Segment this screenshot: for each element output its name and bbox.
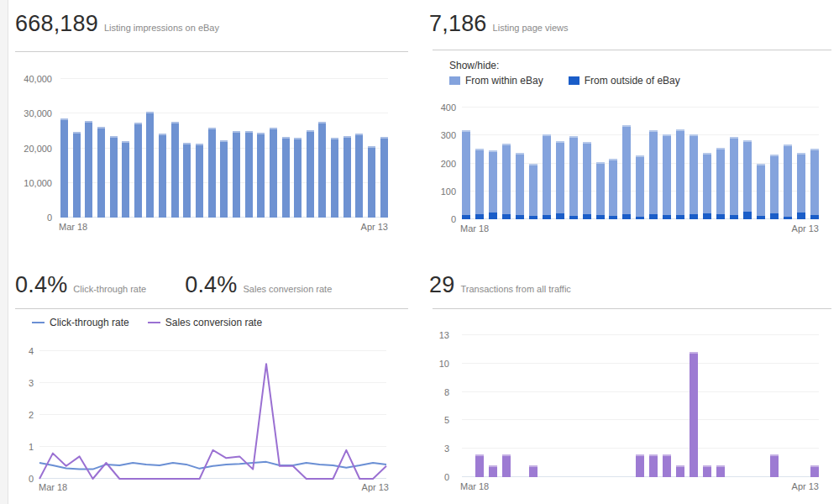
- outside-ebay-segment[interactable]: [784, 217, 792, 219]
- listing-impressions-bar[interactable]: [60, 118, 68, 218]
- listing-page-views-bar[interactable]: [502, 108, 511, 219]
- listing-page-views-bar[interactable]: [569, 108, 578, 219]
- within-ebay-segment[interactable]: [716, 148, 725, 214]
- outside-ebay-segment[interactable]: [649, 214, 658, 219]
- listing-page-views-bar[interactable]: [797, 108, 805, 219]
- within-ebay-segment[interactable]: [784, 144, 792, 217]
- listing-impressions-bar[interactable]: [331, 138, 338, 218]
- listing-page-views-bar[interactable]: [475, 108, 484, 219]
- within-ebay-segment[interactable]: [596, 162, 605, 215]
- outside-ebay-segment[interactable]: [516, 215, 524, 219]
- outside-ebay-segment[interactable]: [797, 213, 805, 219]
- within-ebay-segment[interactable]: [730, 137, 738, 215]
- listing-impressions-bar[interactable]: [171, 122, 179, 218]
- within-ebay-segment[interactable]: [489, 150, 497, 213]
- listing-page-views-bar[interactable]: [716, 108, 725, 219]
- within-ebay-segment[interactable]: [649, 130, 658, 214]
- listing-impressions-bar[interactable]: [343, 136, 351, 218]
- outside-ebay-segment[interactable]: [676, 215, 684, 219]
- listing-impressions-bar[interactable]: [294, 138, 302, 218]
- within-ebay-segment[interactable]: [543, 134, 551, 214]
- listing-page-views-bar[interactable]: [649, 108, 658, 219]
- listing-impressions-bar[interactable]: [183, 143, 191, 218]
- within-ebay-segment[interactable]: [502, 144, 511, 214]
- listing-impressions-bar[interactable]: [122, 141, 129, 218]
- listing-page-views-bar[interactable]: [690, 108, 698, 219]
- listing-impressions-bar[interactable]: [97, 127, 105, 218]
- outside-ebay-segment[interactable]: [529, 216, 537, 219]
- listing-impressions-bar[interactable]: [85, 121, 92, 218]
- outside-ebay-segment[interactable]: [462, 215, 470, 219]
- click-through-rate-line[interactable]: [39, 462, 386, 470]
- outside-ebay-segment[interactable]: [622, 214, 631, 219]
- outside-ebay-segment[interactable]: [489, 213, 497, 219]
- within-ebay-segment[interactable]: [556, 141, 564, 213]
- listing-page-views-bar[interactable]: [556, 108, 564, 219]
- listing-impressions-bar[interactable]: [245, 131, 253, 218]
- listing-page-views-bar[interactable]: [730, 108, 738, 219]
- transactions-bar[interactable]: [489, 465, 497, 477]
- within-ebay-segment[interactable]: [663, 134, 671, 215]
- listing-impressions-bar[interactable]: [368, 146, 375, 218]
- outside-ebay-segment[interactable]: [690, 214, 698, 219]
- listing-impressions-bar[interactable]: [257, 133, 265, 218]
- within-ebay-segment[interactable]: [609, 159, 617, 216]
- transactions-bar[interactable]: [502, 454, 511, 477]
- listing-page-views-bar[interactable]: [663, 108, 671, 219]
- listing-impressions-bar[interactable]: [282, 137, 290, 218]
- within-ebay-segment[interactable]: [770, 155, 779, 213]
- within-ebay-segment[interactable]: [810, 149, 819, 215]
- within-ebay-segment[interactable]: [622, 125, 631, 215]
- transactions-bar[interactable]: [716, 465, 725, 477]
- outside-ebay-segment[interactable]: [716, 214, 725, 219]
- outside-ebay-segment[interactable]: [770, 213, 779, 219]
- sales-conversion-rate-line[interactable]: [39, 364, 386, 479]
- outside-ebay-segment[interactable]: [502, 214, 511, 219]
- listing-impressions-bar[interactable]: [307, 130, 314, 218]
- transactions-bar[interactable]: [676, 465, 684, 477]
- within-ebay-segment[interactable]: [676, 129, 684, 216]
- listing-page-views-bar[interactable]: [583, 108, 591, 219]
- listing-impressions-bar[interactable]: [380, 137, 388, 218]
- transactions-bar[interactable]: [770, 454, 779, 477]
- listing-page-views-bar[interactable]: [516, 108, 524, 219]
- listing-page-views-bar[interactable]: [529, 108, 537, 219]
- transactions-bar[interactable]: [475, 454, 484, 477]
- outside-ebay-segment[interactable]: [475, 214, 484, 219]
- listing-page-views-bar[interactable]: [543, 108, 551, 219]
- transactions-bar[interactable]: [690, 352, 698, 477]
- outside-ebay-segment[interactable]: [569, 216, 578, 219]
- outside-ebay-segment[interactable]: [743, 212, 752, 219]
- within-ebay-segment[interactable]: [462, 130, 470, 215]
- listing-impressions-bar[interactable]: [220, 140, 228, 218]
- listing-page-views-bar[interactable]: [622, 108, 631, 219]
- listing-impressions-bar[interactable]: [110, 136, 118, 218]
- listing-impressions-bar[interactable]: [73, 132, 81, 218]
- within-ebay-segment[interactable]: [636, 155, 644, 216]
- within-ebay-segment[interactable]: [757, 164, 765, 216]
- listing-page-views-bar[interactable]: [609, 108, 617, 219]
- within-ebay-segment[interactable]: [743, 140, 752, 213]
- listing-impressions-bar[interactable]: [196, 144, 203, 218]
- outside-ebay-segment[interactable]: [583, 214, 591, 219]
- within-ebay-segment[interactable]: [797, 153, 805, 213]
- transactions-bar[interactable]: [703, 465, 711, 477]
- outside-ebay-segment[interactable]: [730, 215, 738, 219]
- listing-impressions-bar[interactable]: [146, 112, 154, 218]
- outside-ebay-segment[interactable]: [703, 213, 711, 219]
- transactions-bar[interactable]: [529, 465, 537, 477]
- within-ebay-segment[interactable]: [690, 134, 698, 214]
- transactions-bar[interactable]: [663, 454, 671, 477]
- within-ebay-segment[interactable]: [516, 153, 524, 215]
- listing-page-views-bar[interactable]: [636, 108, 644, 219]
- listing-page-views-bar[interactable]: [489, 108, 497, 219]
- outside-ebay-segment[interactable]: [663, 215, 671, 219]
- outside-ebay-segment[interactable]: [609, 216, 617, 219]
- listing-impressions-bar[interactable]: [318, 122, 326, 218]
- transactions-bar[interactable]: [810, 465, 819, 477]
- listing-impressions-bar[interactable]: [134, 123, 142, 218]
- listing-impressions-bar[interactable]: [270, 128, 277, 218]
- within-ebay-segment[interactable]: [529, 164, 537, 217]
- within-ebay-segment[interactable]: [569, 136, 578, 216]
- listing-impressions-bar[interactable]: [233, 131, 240, 218]
